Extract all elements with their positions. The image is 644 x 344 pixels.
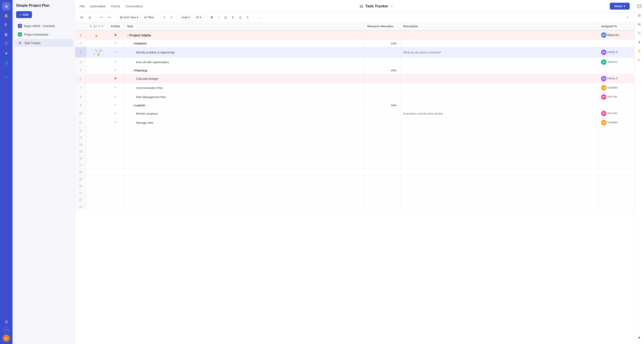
- flag-icon[interactable]: ⚑: [114, 103, 117, 107]
- flag-icon[interactable]: ⚑: [114, 41, 117, 45]
- export-panel-icon[interactable]: ⬆: [636, 38, 643, 45]
- task-cell[interactable]: [124, 204, 365, 210]
- sync-panel-icon[interactable]: ↻: [636, 29, 643, 37]
- help-icon[interactable]: ?: [3, 327, 10, 333]
- nav-forms[interactable]: Forms: [111, 3, 120, 9]
- row-copy-icon[interactable]: ⧉: [94, 53, 95, 55]
- table-row[interactable]: 5⚑▾Planning44%: [75, 67, 634, 74]
- at-risk-cell[interactable]: ⚑: [106, 74, 124, 83]
- table-row[interactable]: 23: [75, 204, 634, 210]
- grid-apps-icon[interactable]: ⊞: [2, 318, 10, 326]
- at-risk-cell[interactable]: ⚑: [106, 58, 124, 67]
- at-risk-cell[interactable]: ⚑: [106, 47, 124, 58]
- col-header-at-risk[interactable]: At Risk: [106, 22, 124, 30]
- sparkle-panel-icon[interactable]: ✦: [636, 334, 643, 341]
- table-row[interactable]: 1🔒⚑▾Project AlphaDKDiana Ko: [75, 30, 634, 40]
- task-cell[interactable]: Kick-off with stakeholders: [124, 58, 365, 67]
- task-cell[interactable]: [124, 197, 365, 204]
- task-cell[interactable]: Identify problem & opportunity: [124, 47, 365, 58]
- collapse-icon[interactable]: ▾: [132, 69, 134, 72]
- table-row[interactable]: 17: [75, 162, 634, 169]
- fields-panel-icon[interactable]: B|: [636, 20, 643, 28]
- italic-btn[interactable]: I: [216, 14, 221, 20]
- table-row[interactable]: 2⚑▾Initiation22%: [75, 40, 634, 47]
- flag-icon[interactable]: ⚑: [114, 121, 117, 124]
- row-attach-icon[interactable]: 📎: [94, 49, 98, 52]
- col-header-resource[interactable]: Resource Allocation: [365, 22, 400, 30]
- sidebar-item-dashboard[interactable]: ● Project Dashboard: [14, 30, 73, 38]
- task-cell[interactable]: ▾Project Alpha: [124, 30, 365, 40]
- table-row[interactable]: 8⚑Risk Management PlanAPAviv Per: [75, 92, 634, 102]
- task-cell[interactable]: [124, 141, 365, 148]
- flag-icon[interactable]: ⚑: [114, 33, 117, 37]
- at-risk-cell[interactable]: [106, 162, 124, 169]
- align-left-btn[interactable]: ≡: [162, 14, 167, 20]
- sidebar-item-checklist[interactable]: ☰ Begin HERE - Checklist: [14, 22, 73, 30]
- at-risk-cell[interactable]: [106, 190, 124, 197]
- task-cell[interactable]: Risk Management Plan: [124, 92, 365, 102]
- task-cell[interactable]: ▾Planning: [124, 67, 365, 74]
- nav-connections[interactable]: Connections: [126, 3, 143, 9]
- bold-btn[interactable]: B: [209, 14, 215, 20]
- at-risk-cell[interactable]: [106, 183, 124, 190]
- task-cell[interactable]: [124, 127, 365, 134]
- table-row[interactable]: 21: [75, 190, 634, 197]
- activity-panel-icon[interactable]: ⊞: [636, 11, 643, 19]
- collapse-icon[interactable]: ▾: [132, 104, 134, 107]
- nav-file[interactable]: File: [80, 3, 85, 9]
- flag-icon[interactable]: ⚑: [114, 86, 117, 90]
- task-cell[interactable]: ▾Launch: [124, 102, 365, 109]
- collapse-icon[interactable]: ▾: [127, 34, 128, 37]
- flag-icon[interactable]: ⚑: [114, 77, 117, 80]
- task-cell[interactable]: [124, 176, 365, 183]
- row-lock-icon[interactable]: 🔒: [95, 34, 98, 37]
- row-lock-icon[interactable]: 🔒: [97, 53, 100, 55]
- search-icon[interactable]: 🔍: [2, 21, 10, 29]
- table-row[interactable]: 4⚑Kick-off with stakeholdersJKJamal Ki: [75, 58, 634, 67]
- underline-btn[interactable]: U: [223, 14, 228, 20]
- avatar[interactable]: U: [3, 335, 10, 342]
- collapse-icon[interactable]: ▾: [132, 42, 134, 45]
- filter-select[interactable]: ⊟ Filter: [142, 14, 156, 20]
- at-risk-cell[interactable]: [106, 127, 124, 134]
- at-risk-cell[interactable]: [106, 148, 124, 155]
- flag-icon[interactable]: ⚑: [114, 112, 117, 115]
- clock-icon[interactable]: ⏱: [2, 40, 10, 48]
- share-button[interactable]: Share ▾: [610, 3, 630, 9]
- at-risk-cell[interactable]: ⚑: [106, 92, 124, 102]
- table-row[interactable]: 18: [75, 169, 634, 176]
- font-size-select[interactable]: 10 ▾: [194, 14, 203, 20]
- font-select[interactable]: Arial ▾: [180, 14, 192, 20]
- row-more-icon[interactable]: ⋮: [90, 49, 93, 52]
- task-cell[interactable]: Manage risks: [124, 118, 365, 127]
- task-cell[interactable]: Calculate Budget: [124, 74, 365, 83]
- table-row[interactable]: 9⚑▾Launch34%: [75, 102, 634, 109]
- comments-panel-icon[interactable]: 💬: [636, 3, 643, 10]
- table-row[interactable]: 19: [75, 176, 634, 183]
- task-cell[interactable]: Communication Plan: [124, 83, 365, 92]
- flag-icon[interactable]: ⚑: [114, 69, 117, 72]
- redo-btn[interactable]: ↪: [106, 14, 112, 20]
- sidebar-item-task-tracker[interactable]: ▦ Task Tracker: [14, 39, 73, 47]
- layers-icon[interactable]: ◧: [2, 30, 10, 38]
- at-risk-cell[interactable]: [106, 176, 124, 183]
- star-nav-icon[interactable]: ★: [2, 49, 10, 57]
- table-row[interactable]: 7⚑Communication PlanGGGuadalu: [75, 83, 634, 92]
- table-row[interactable]: 15: [75, 148, 634, 155]
- task-cell[interactable]: [124, 134, 365, 141]
- table-row[interactable]: 10⚑Monitor progressExecutives should vie…: [75, 109, 634, 118]
- add-button[interactable]: + Add: [16, 11, 32, 18]
- undo-btn[interactable]: ↩: [98, 14, 105, 20]
- table-row[interactable]: 13: [75, 134, 634, 141]
- at-risk-cell[interactable]: [106, 197, 124, 204]
- task-cell[interactable]: [124, 148, 365, 155]
- print-btn[interactable]: 🖨: [86, 14, 93, 20]
- at-risk-cell[interactable]: [106, 155, 124, 162]
- home-icon[interactable]: ⊞: [2, 2, 10, 10]
- table-row[interactable]: 12: [75, 127, 634, 134]
- highlight-btn[interactable]: A̲: [238, 14, 243, 20]
- col-header-task[interactable]: Task: [124, 22, 365, 30]
- grid-icon-btn[interactable]: ⊞: [79, 14, 85, 20]
- at-risk-cell[interactable]: ⚑: [106, 83, 124, 92]
- at-risk-cell[interactable]: [106, 134, 124, 141]
